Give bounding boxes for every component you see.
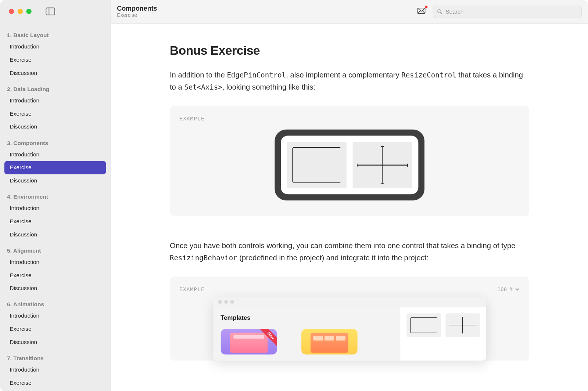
sidebar-item-discussion[interactable]: Discussion xyxy=(4,390,106,391)
zoom-control[interactable]: 100 % xyxy=(497,286,519,293)
traffic-dot-icon xyxy=(224,300,228,304)
sidebar: 1. Basic LayoutIntroductionExerciseDiscu… xyxy=(0,0,111,391)
main: Components Exercise Bonus Exerci xyxy=(111,0,588,391)
text: Once you have both controls working, you… xyxy=(170,242,516,250)
sidebar-nav: 1. Basic LayoutIntroductionExerciseDiscu… xyxy=(0,22,110,391)
text: , looking something like this: xyxy=(222,83,315,92)
sidebar-section-title: 1. Basic Layout xyxy=(0,26,110,40)
window-chrome xyxy=(0,0,110,22)
code-edgepincontrol: EdgePinControl xyxy=(227,71,286,79)
code-setaxis: Set<Axis> xyxy=(184,83,222,92)
text: (predefined in the project) and integrat… xyxy=(237,254,429,263)
text: , also implement a complementary xyxy=(286,71,401,79)
page-title: Bonus Exercise xyxy=(170,44,529,58)
sidebar-item-introduction[interactable]: Introduction xyxy=(4,148,106,161)
sidebar-section-title: 2. Data Loading xyxy=(0,80,110,94)
mail-icon[interactable] xyxy=(416,6,427,17)
breadcrumb-title: Components xyxy=(117,5,410,12)
svg-line-4 xyxy=(441,12,442,14)
sidebar-item-exercise[interactable]: Exercise xyxy=(4,107,106,120)
controls-panel xyxy=(280,136,418,195)
sidebar-item-discussion[interactable]: Discussion xyxy=(4,174,106,188)
sidebar-item-exercise[interactable]: Exercise xyxy=(4,161,106,174)
sidebar-item-discussion[interactable]: Discussion xyxy=(4,336,106,349)
traffic-zoom-icon[interactable] xyxy=(26,8,32,14)
sidebar-item-introduction[interactable]: Introduction xyxy=(4,40,106,54)
sidebar-item-exercise[interactable]: Exercise xyxy=(4,54,106,67)
traffic-dot-icon xyxy=(218,300,222,304)
sidebar-section-title: 6. Animations xyxy=(0,295,110,309)
text: In addition to the xyxy=(170,71,227,79)
example-card-2: EXAMPLE 100 % xyxy=(170,277,529,361)
search-field[interactable] xyxy=(433,6,582,18)
sidebar-toggle-icon[interactable] xyxy=(46,7,55,15)
template-card-yellow[interactable] xyxy=(301,329,358,355)
sidebar-item-introduction[interactable]: Introduction xyxy=(4,309,106,323)
traffic-close-icon[interactable] xyxy=(9,8,14,14)
resize-control-mini-icon[interactable] xyxy=(445,314,480,337)
controls-frame xyxy=(275,130,424,200)
templates-pane: Templates New xyxy=(213,307,400,361)
sidebar-section-title: 4. Environment xyxy=(0,187,110,202)
sidebar-item-exercise[interactable]: Exercise xyxy=(4,269,106,282)
resize-control-icon xyxy=(352,142,412,188)
example-stage xyxy=(179,130,519,200)
template-card-purple[interactable]: New xyxy=(220,329,277,355)
sidebar-section-title: 7. Transitions xyxy=(0,349,110,363)
sidebar-item-discussion[interactable]: Discussion xyxy=(4,282,106,295)
example-card-1: EXAMPLE xyxy=(170,106,529,216)
example-label: EXAMPLE xyxy=(179,286,205,293)
sidebar-item-introduction[interactable]: Introduction xyxy=(4,202,106,215)
article: Bonus Exercise In addition to the EdgePi… xyxy=(170,44,529,361)
app-window: 1. Basic LayoutIntroductionExerciseDiscu… xyxy=(0,0,588,391)
sidebar-item-introduction[interactable]: Introduction xyxy=(4,363,106,376)
search-input[interactable] xyxy=(445,8,578,15)
sidebar-item-introduction[interactable]: Introduction xyxy=(4,94,106,107)
sidebar-item-discussion[interactable]: Discussion xyxy=(4,228,106,241)
topbar: Components Exercise xyxy=(111,0,588,23)
sidebar-item-exercise[interactable]: Exercise xyxy=(4,323,106,336)
svg-point-3 xyxy=(438,10,441,13)
templates-heading: Templates xyxy=(220,314,392,321)
notification-dot-icon xyxy=(425,6,427,8)
paragraph-2: Once you have both controls working, you… xyxy=(170,240,529,264)
sidebar-section-title: 3. Components xyxy=(0,134,110,148)
example-label: EXAMPLE xyxy=(179,116,519,122)
sidebar-item-discussion[interactable]: Discussion xyxy=(4,66,106,80)
code-resizecontrol: ResizeControl xyxy=(401,71,456,79)
sidebar-item-discussion[interactable]: Discussion xyxy=(4,120,106,134)
preview-window: Templates New xyxy=(213,297,486,361)
edge-pin-control-mini-icon[interactable] xyxy=(406,314,441,337)
sidebar-section-title: 5. Alignment xyxy=(0,241,110,256)
sidebar-item-exercise[interactable]: Exercise xyxy=(4,376,106,390)
sidebar-item-exercise[interactable]: Exercise xyxy=(4,215,106,228)
traffic-dot-icon xyxy=(230,300,234,304)
preview-window-chrome xyxy=(213,297,486,307)
search-icon xyxy=(437,8,443,15)
content-scroll[interactable]: Bonus Exercise In addition to the EdgePi… xyxy=(111,23,588,391)
traffic-minimize-icon[interactable] xyxy=(18,8,23,14)
svg-rect-0 xyxy=(46,8,55,15)
inspector-pane xyxy=(400,307,486,361)
zoom-value: 100 % xyxy=(497,286,513,293)
chevron-down-icon xyxy=(515,287,519,292)
code-resizingbehavior: ResizingBehavior xyxy=(170,254,237,263)
sidebar-item-introduction[interactable]: Introduction xyxy=(4,256,106,269)
paragraph-1: In addition to the EdgePinControl, also … xyxy=(170,69,529,94)
edge-pin-control-icon xyxy=(287,142,346,188)
breadcrumb-subtitle: Exercise xyxy=(117,12,410,18)
breadcrumb: Components Exercise xyxy=(117,5,410,18)
